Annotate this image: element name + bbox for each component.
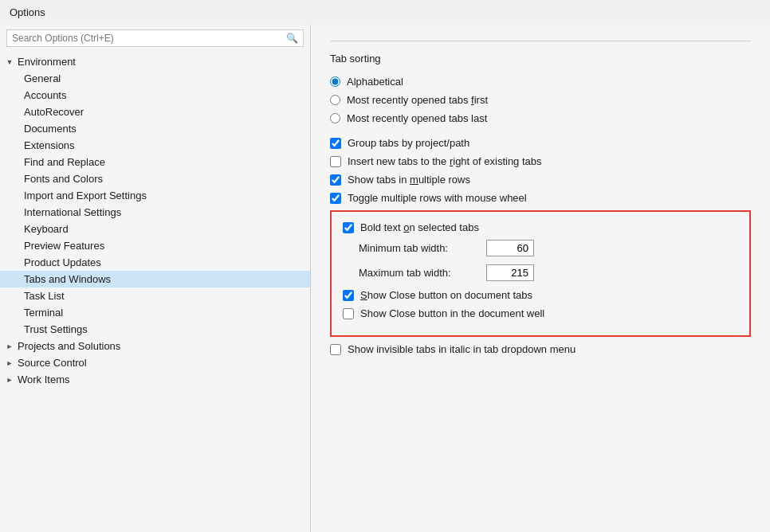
radio-recent-last[interactable]: Most recently opened tabs last [330, 112, 751, 124]
window-title: Options [0, 0, 770, 25]
checkbox-group-tabs[interactable]: Group tabs by project/path [330, 137, 751, 149]
checkbox-insert-right[interactable]: Insert new tabs to the right of existing… [330, 155, 751, 167]
tree-item-keyboard[interactable]: Keyboard [0, 221, 310, 237]
environment-label: Environment [16, 55, 77, 68]
tree-item-import-export[interactable]: Import and Export Settings [0, 187, 310, 204]
tree-item-source-control[interactable]: ► Source Control [0, 354, 310, 371]
toggle-rows-label: Toggle multiple rows with mouse wheel [348, 192, 527, 204]
tree-item-work-items[interactable]: ► Work Items [0, 371, 310, 388]
checkbox-toggle-rows[interactable]: Toggle multiple rows with mouse wheel [330, 192, 751, 204]
radio-alphabetical[interactable]: Alphabetical [330, 76, 751, 88]
arrow-icon: ▼ [3, 58, 16, 66]
preview-features-label: Preview Features [22, 239, 106, 252]
tab-sorting-title: Tab sorting [330, 53, 751, 65]
tree-item-terminal[interactable]: Terminal [0, 304, 310, 321]
radio-recent-first-input[interactable] [330, 95, 340, 105]
show-close-well-checkbox[interactable] [343, 308, 354, 319]
autorecover-label: AutoRecover [22, 105, 85, 119]
task-list-label: Task List [22, 289, 66, 303]
top-divider [330, 41, 751, 41]
documents-label: Documents [22, 122, 78, 135]
checkbox-invisible-tabs[interactable]: Show invisible tabs in italic in tab dro… [330, 343, 751, 355]
bottom-checkboxes: Show invisible tabs in italic in tab dro… [330, 343, 751, 355]
accounts-label: Accounts [22, 88, 68, 102]
tree-container: ▼ Environment General Accounts AutoRecov… [0, 52, 310, 532]
tree-item-accounts[interactable]: Accounts [0, 87, 310, 104]
search-input[interactable] [12, 33, 286, 44]
tree-item-trust-settings[interactable]: Trust Settings [0, 321, 310, 338]
insert-right-checkbox[interactable] [330, 156, 341, 167]
max-tab-width-input[interactable] [486, 264, 534, 281]
tabs-windows-label: Tabs and Windows [22, 272, 112, 286]
tree-item-find-replace[interactable]: Find and Replace [0, 154, 310, 170]
tree-item-tabs-windows[interactable]: Tabs and Windows [0, 271, 310, 288]
options-window: Options 🔍 ▼ Environment General [0, 0, 770, 532]
tree-item-documents[interactable]: Documents [0, 120, 310, 137]
show-close-btn-label: Show Close button on document tabs [360, 289, 532, 301]
min-tab-width-row: Minimum tab width: [359, 240, 738, 256]
trust-settings-label: Trust Settings [22, 323, 89, 336]
bold-text-label: Bold text on selected tabs [360, 221, 479, 233]
min-tab-width-label: Minimum tab width: [359, 242, 486, 254]
highlighted-section: Bold text on selected tabs Minimum tab w… [330, 210, 751, 337]
show-close-well-label: Show Close button in the document well [360, 307, 544, 319]
radio-alphabetical-input[interactable] [330, 76, 340, 87]
tree-item-international[interactable]: International Settings [0, 204, 310, 221]
left-panel: 🔍 ▼ Environment General Accounts AutoRec… [0, 25, 311, 532]
top-checkboxes: Group tabs by project/path Insert new ta… [330, 137, 751, 204]
radio-recent-last-input[interactable] [330, 113, 340, 123]
tree-item-preview-features[interactable]: Preview Features [0, 237, 310, 254]
toggle-rows-checkbox[interactable] [330, 193, 341, 204]
arrow-icon-work: ► [3, 376, 16, 384]
radio-recent-last-label: Most recently opened tabs last [347, 112, 487, 124]
work-items-label: Work Items [16, 373, 72, 386]
radio-alphabetical-label: Alphabetical [347, 76, 403, 88]
max-tab-width-label: Maximum tab width: [359, 267, 486, 279]
import-export-label: Import and Export Settings [22, 189, 148, 202]
tree-item-general[interactable]: General [0, 70, 310, 87]
radio-recent-first[interactable]: Most recently opened tabs first [330, 94, 751, 106]
tree-item-extensions[interactable]: Extensions [0, 137, 310, 154]
invisible-tabs-label: Show invisible tabs in italic in tab dro… [348, 343, 576, 355]
source-control-label: Source Control [16, 356, 88, 370]
checkbox-bold-text[interactable]: Bold text on selected tabs [343, 221, 738, 233]
search-icon: 🔍 [286, 33, 298, 44]
checkbox-show-close-btn[interactable]: Show Close button on document tabs [343, 289, 738, 301]
find-replace-label: Find and Replace [22, 155, 107, 169]
min-tab-width-input[interactable] [486, 240, 534, 256]
tree-item-fonts-colors[interactable]: Fonts and Colors [0, 170, 310, 187]
group-tabs-label: Group tabs by project/path [348, 137, 469, 149]
bold-text-checkbox[interactable] [343, 222, 354, 233]
tree-item-projects-solutions[interactable]: ► Projects and Solutions [0, 338, 310, 354]
insert-right-label: Insert new tabs to the right of existing… [348, 155, 542, 167]
arrow-icon-projects: ► [3, 342, 16, 350]
radio-recent-first-label: Most recently opened tabs first [347, 94, 488, 106]
fonts-colors-label: Fonts and Colors [22, 172, 104, 186]
max-tab-width-row: Maximum tab width: [359, 264, 738, 281]
extensions-label: Extensions [22, 139, 77, 152]
tree-item-product-updates[interactable]: Product Updates [0, 254, 310, 271]
general-label: General [22, 72, 62, 85]
terminal-label: Terminal [22, 306, 65, 319]
multiple-rows-checkbox[interactable] [330, 174, 341, 186]
show-close-btn-checkbox[interactable] [343, 290, 354, 301]
tree-item-task-list[interactable]: Task List [0, 288, 310, 304]
tree-item-environment[interactable]: ▼ Environment [0, 53, 310, 70]
checkbox-multiple-rows[interactable]: Show tabs in multiple rows [330, 174, 751, 186]
checkbox-show-close-well[interactable]: Show Close button in the document well [343, 307, 738, 319]
multiple-rows-label: Show tabs in multiple rows [348, 174, 470, 186]
radio-group: Alphabetical Most recently opened tabs f… [330, 76, 751, 124]
keyboard-label: Keyboard [22, 222, 70, 236]
search-container: 🔍 [0, 25, 310, 52]
invisible-tabs-checkbox[interactable] [330, 344, 341, 355]
projects-solutions-label: Projects and Solutions [16, 339, 122, 353]
main-content: 🔍 ▼ Environment General Accounts AutoRec… [0, 25, 770, 532]
tree-item-autorecover[interactable]: AutoRecover [0, 104, 310, 120]
product-updates-label: Product Updates [22, 256, 103, 269]
group-tabs-checkbox[interactable] [330, 138, 341, 149]
search-box[interactable]: 🔍 [6, 29, 304, 47]
international-label: International Settings [22, 205, 123, 219]
arrow-icon-source: ► [3, 359, 16, 367]
right-panel: Tab sorting Alphabetical Most recently o… [311, 25, 770, 532]
